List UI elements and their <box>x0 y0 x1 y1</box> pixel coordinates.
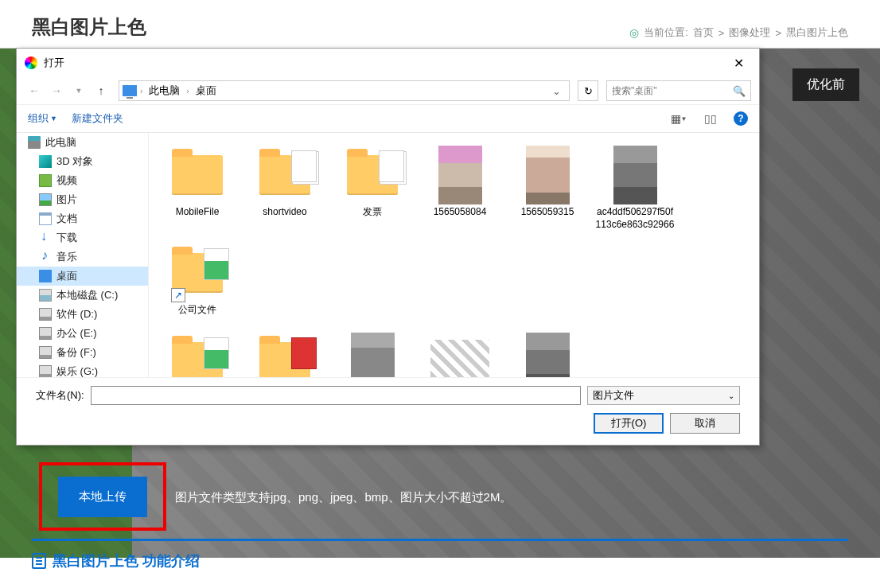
ico-music-icon <box>39 251 52 263</box>
search-input[interactable] <box>612 85 733 96</box>
sidebar-item-label: 办公 (E:) <box>56 326 97 341</box>
divider <box>32 539 848 541</box>
ico-drive-icon <box>39 327 52 340</box>
sidebar-item-label: 3D 对象 <box>56 154 93 169</box>
file-item[interactable]: ↗淘宝文件 - 快捷方式 <box>241 328 329 377</box>
view-mode-button[interactable]: ▦ ▼ <box>670 110 687 127</box>
up-button[interactable]: ↑ <box>92 81 111 100</box>
help-button[interactable]: ? <box>734 111 748 126</box>
file-item[interactable]: 微信截图_20190806103223 <box>416 328 504 377</box>
crumb-current: 黑白图片上色 <box>786 25 848 40</box>
dialog-nav: ← → ▼ ↑ › 此电脑 › 桌面 ⌄ ↻ 🔍 <box>17 77 759 104</box>
file-item[interactable]: ↗日常工作 - 快捷方式 <box>154 328 241 377</box>
document-icon <box>32 553 46 569</box>
sidebar-item-6[interactable]: 音乐 <box>17 247 148 267</box>
file-item[interactable]: 1565059315 <box>504 141 591 236</box>
path-seg-0[interactable]: 此电脑 <box>146 82 183 99</box>
sidebar-item-2[interactable]: 视频 <box>17 171 148 190</box>
sidebar-item-12[interactable]: 娱乐 (G:) <box>17 362 148 377</box>
image-thumb <box>526 146 570 204</box>
sidebar-item-label: 此电脑 <box>45 135 76 150</box>
sidebar-item-4[interactable]: 文档 <box>17 209 148 228</box>
folder-icon <box>172 253 223 293</box>
file-item[interactable]: MobileFile <box>154 141 241 236</box>
filename-input[interactable] <box>91 386 581 405</box>
search-box[interactable]: 🔍 <box>606 80 751 101</box>
upload-highlight: 本地上传 <box>39 462 166 531</box>
sidebar-item-5[interactable]: 下载 <box>17 228 148 247</box>
image-thumb <box>430 340 489 377</box>
recent-dropdown[interactable]: ▼ <box>69 81 88 100</box>
cancel-button[interactable]: 取消 <box>670 413 740 434</box>
path-seg-1[interactable]: 桌面 <box>193 82 220 99</box>
pc-icon <box>123 85 137 96</box>
file-grid: MobileFileshortvideo发票156505808415650593… <box>149 133 759 377</box>
close-button[interactable]: ✕ <box>726 53 751 72</box>
file-item[interactable]: 发票 <box>329 141 416 236</box>
file-item[interactable]: 微信截图_20190806102103 <box>329 328 416 377</box>
upload-hint: 图片文件类型支持jpg、png、jpeg、bmp、图片大小不超过2M。 <box>175 490 512 505</box>
file-open-dialog: 打开 ✕ ← → ▼ ↑ › 此电脑 › 桌面 ⌄ ↻ 🔍 组织 ▼ 新建文件夹… <box>16 48 760 446</box>
image-thumb <box>613 146 657 204</box>
sidebar-item-label: 视频 <box>56 173 77 188</box>
sidebar-item-label: 文档 <box>56 212 77 226</box>
file-item[interactable]: ↗公司文件 <box>154 239 241 321</box>
preview-pane-button[interactable]: ▯▯ <box>702 110 719 127</box>
sidebar-item-3[interactable]: 图片 <box>17 190 148 209</box>
open-button[interactable]: 打开(O) <box>594 413 664 434</box>
sidebar-item-9[interactable]: 软件 (D:) <box>17 305 148 324</box>
folder-icon <box>347 155 398 195</box>
sidebar-item-label: 图片 <box>56 193 77 207</box>
image-thumb <box>526 333 570 377</box>
shortcut-icon: ↗ <box>171 288 185 302</box>
folder-icon <box>172 342 223 377</box>
ico-disk-icon <box>39 289 52 302</box>
ico-3d-icon <box>39 155 52 168</box>
sidebar-item-1[interactable]: 3D 对象 <box>17 152 148 171</box>
dialog-bottom: 文件名(N): 图片文件⌄ 打开(O) 取消 <box>17 377 759 445</box>
search-icon[interactable]: 🔍 <box>733 85 746 97</box>
ico-doc-icon <box>39 212 52 225</box>
sidebar-item-7[interactable]: 桌面 <box>17 267 148 286</box>
optimize-before-badge: 优化前 <box>792 68 859 101</box>
page-title: 黑白图片上色 <box>32 14 146 40</box>
refresh-button[interactable]: ↻ <box>578 80 598 101</box>
file-item[interactable]: 1565058084 <box>416 141 504 236</box>
image-thumb <box>438 146 482 204</box>
crumb-home[interactable]: 首页 <box>693 25 714 40</box>
sidebar-item-label: 音乐 <box>56 250 77 264</box>
folder-icon <box>259 342 310 377</box>
sidebar-item-label: 娱乐 (G:) <box>56 364 98 377</box>
path-bar[interactable]: › 此电脑 › 桌面 ⌄ <box>119 80 570 101</box>
back-button[interactable]: ← <box>25 81 44 100</box>
sidebar-item-8[interactable]: 本地磁盘 (C:) <box>17 286 148 305</box>
sidebar-item-label: 软件 (D:) <box>56 307 97 321</box>
ico-drive-icon <box>39 365 52 377</box>
app-icon <box>25 56 37 69</box>
local-upload-button[interactable]: 本地上传 <box>58 477 147 517</box>
path-dropdown[interactable]: ⌄ <box>547 85 566 97</box>
breadcrumb: ◎ 当前位置: 首页 > 图像处理 > 黑白图片上色 <box>629 25 848 40</box>
ico-drive-icon <box>39 346 52 359</box>
ico-pc-icon <box>28 136 41 149</box>
organize-menu[interactable]: 组织 ▼ <box>28 111 57 126</box>
file-item[interactable]: ac4ddf506297f50f113c6e863c92966 <box>591 141 679 236</box>
folder-icon <box>172 155 223 195</box>
dialog-title: 打开 <box>44 56 64 70</box>
new-folder-button[interactable]: 新建文件夹 <box>72 111 123 126</box>
sidebar-item-0[interactable]: 此电脑 <box>17 133 148 152</box>
sidebar-item-label: 本地磁盘 (C:) <box>56 288 118 302</box>
sidebar-item-10[interactable]: 办公 (E:) <box>17 324 148 343</box>
filetype-select[interactable]: 图片文件⌄ <box>587 386 740 405</box>
file-item[interactable]: 微信截图_20190806104139 <box>504 328 591 377</box>
file-item[interactable]: shortvideo <box>241 141 329 236</box>
file-label: 1565059315 <box>521 206 574 219</box>
filename-label: 文件名(N): <box>36 388 84 403</box>
ico-pic-icon <box>39 193 52 206</box>
file-label: 公司文件 <box>178 304 216 317</box>
location-icon: ◎ <box>629 26 639 39</box>
ico-dl-icon <box>39 232 52 244</box>
ico-video-icon <box>39 174 52 187</box>
sidebar-item-11[interactable]: 备份 (F:) <box>17 343 148 362</box>
crumb-category[interactable]: 图像处理 <box>729 25 770 40</box>
